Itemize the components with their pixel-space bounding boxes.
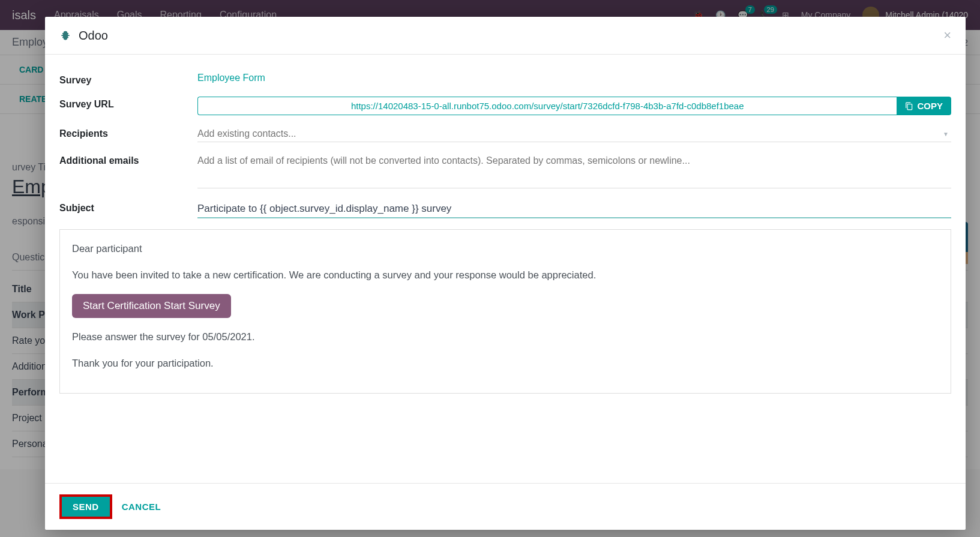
url-input[interactable] xyxy=(197,97,897,115)
survey-label: Survey xyxy=(59,73,197,86)
email-line2: Please answer the survey for 05/05/2021. xyxy=(72,329,939,344)
emails-input[interactable] xyxy=(197,153,951,188)
recipients-label: Recipients xyxy=(59,126,197,139)
email-greeting: Dear participant xyxy=(72,241,939,256)
bug-icon xyxy=(59,29,71,43)
send-button[interactable]: SEND xyxy=(59,494,112,519)
subject-label: Subject xyxy=(59,200,197,214)
modal-title: Odoo xyxy=(79,29,108,43)
emails-label: Additional emails xyxy=(59,153,197,166)
email-line3: Thank you for your participation. xyxy=(72,355,939,371)
recipients-input[interactable] xyxy=(197,126,951,142)
modal-header: Odoo × xyxy=(45,17,966,55)
start-certification-button[interactable]: Start Certification Start Survey xyxy=(72,294,231,318)
subject-input[interactable] xyxy=(197,200,951,218)
copy-button[interactable]: COPY xyxy=(897,97,951,115)
close-button[interactable]: × xyxy=(943,28,951,43)
share-survey-modal: Odoo × Survey Employee Form Survey URL C… xyxy=(45,17,966,530)
chevron-down-icon[interactable]: ▼ xyxy=(943,131,949,137)
modal-body: Survey Employee Form Survey URL COPY Rec… xyxy=(45,55,966,483)
cancel-button[interactable]: CANCEL xyxy=(122,502,161,512)
email-body-editor[interactable]: Dear participant You have been invited t… xyxy=(59,229,951,394)
modal-footer: SEND CANCEL xyxy=(45,483,966,530)
url-label: Survey URL xyxy=(59,97,197,110)
survey-link[interactable]: Employee Form xyxy=(197,73,951,83)
email-line1: You have been invited to take a new cert… xyxy=(72,267,939,283)
copy-icon xyxy=(905,102,913,110)
